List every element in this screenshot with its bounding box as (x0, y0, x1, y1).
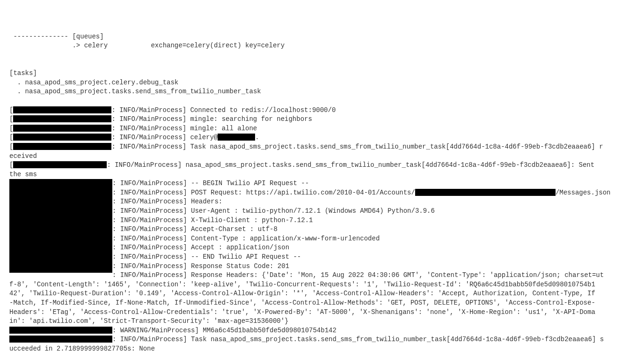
redacted-timestamp (13, 134, 111, 141)
redacted-hostname (218, 134, 255, 141)
response-headers-line6: in': 'api.twilio.com', 'Strict-Transport… (9, 317, 289, 325)
redacted-timestamp (13, 106, 111, 113)
log-task-succeeded-wrap: ucceeded in 2.7189999999827705s: None (9, 345, 155, 351)
log-celery-at: [: INFO/MainProcess] celery@. (9, 134, 259, 141)
log-task-received-wrap: eceived (9, 152, 37, 160)
redacted-timestamp (13, 161, 107, 168)
redacted-timestamp (9, 336, 112, 343)
tasks-header: [tasks] (9, 69, 37, 77)
queues-header-line: -------------- [queues] (9, 33, 104, 40)
log-warning: : WARNING/MainProcess] MM6a6c45d1babb50f… (9, 327, 337, 334)
redacted-account-sid (415, 189, 556, 196)
log-sent-sms: [: INFO/MainProcess] nasa_apod_sms_proje… (9, 161, 599, 169)
response-headers-line5: Headers': 'ETag', 'Access-Control-Allow-… (9, 308, 595, 316)
redacted-block (9, 179, 112, 273)
log-task-succeeded: : INFO/MainProcess] Task nasa_apod_sms_p… (9, 336, 604, 343)
response-headers-line2: f-8', 'Content-Length': '1465', 'Connect… (9, 281, 595, 288)
task-debug: . nasa_apod_sms_project.celery.debug_tas… (9, 79, 178, 86)
queue-celery-line: .> celery exchange=celery(direct) key=ce… (9, 42, 285, 49)
log-sent-sms-wrap: the sms (9, 171, 37, 178)
redacted-timestamp (13, 115, 111, 122)
terminal-output: -------------- [queues] .> celery exchan… (9, 32, 635, 351)
log-task-received: [: INFO/MainProcess] Task nasa_apod_sms_… (9, 143, 603, 150)
log-mingle-search: [: INFO/MainProcess] mingle: searching f… (9, 115, 312, 123)
redacted-timestamp (9, 327, 112, 334)
response-headers-line3: 42', 'Twilio-Request-Duration': '0.149',… (9, 290, 595, 297)
log-mingle-alone: [: INFO/MainProcess] mingle: all alone (9, 125, 257, 132)
log-connected: [: INFO/MainProcess] Connected to redis:… (9, 106, 336, 114)
redacted-timestamp (13, 143, 111, 150)
redacted-timestamp (13, 125, 111, 132)
task-send-sms: . nasa_apod_sms_project.tasks.send_sms_f… (9, 88, 261, 95)
response-headers-line4: -Match, If-Modified-Since, If-None-Match… (9, 299, 595, 306)
twilio-request-block: : INFO/MainProcess] -- BEGIN Twilio API … (9, 179, 632, 187)
